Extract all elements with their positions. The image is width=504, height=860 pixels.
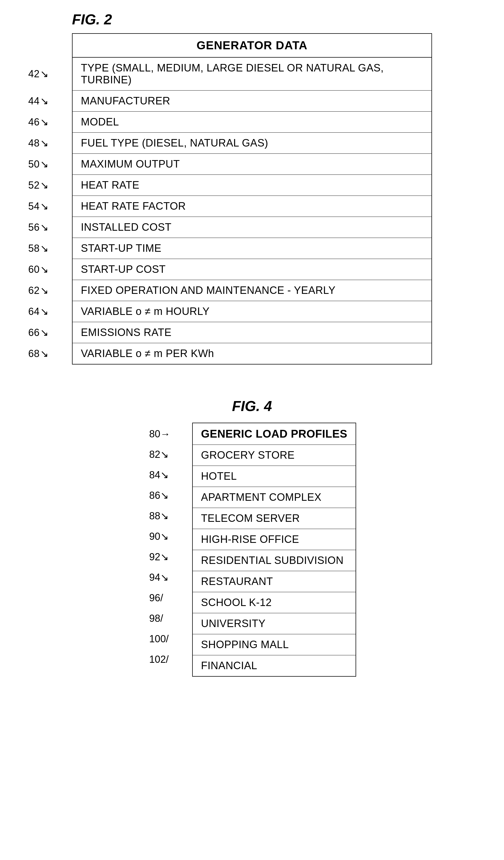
load-profile-name: GROCERY STORE [201, 449, 294, 461]
fig4-title: FIG. 4 [17, 398, 487, 414]
row-label: 54 ↘ [28, 201, 49, 212]
load-profile-name: UNIVERSITY [201, 618, 265, 629]
table-row: 62 ↘FIXED OPERATION AND MAINTENANCE - YE… [72, 280, 432, 301]
load-profile-name: RESIDENTIAL SUBDIVISION [201, 555, 344, 566]
load-profile-cell: TELECOM SERVER [192, 508, 356, 529]
cell-text: START-UP TIME [81, 242, 161, 254]
table-cell: 42 ↘TYPE (SMALL, MEDIUM, LARGE DIESEL OR… [72, 57, 432, 90]
row-number-label: 90 ↘ [149, 531, 169, 542]
table-cell: 68 ↘VARIABLE o ≠ m PER KWh [72, 343, 432, 364]
fig2-table-container: GENERATOR DATA 42 ↘TYPE (SMALL, MEDIUM, … [72, 33, 432, 364]
row-label: 60 ↘ [28, 264, 49, 275]
table-row: 52 ↘HEAT RATE [72, 175, 432, 196]
list-item: FINANCIAL [192, 655, 356, 677]
load-profile-name: TELECOM SERVER [201, 512, 300, 524]
list-item: HIGH-RISE OFFICE [192, 529, 356, 550]
table-row: 50 ↘MAXIMUM OUTPUT [72, 154, 432, 175]
row-label: 62 ↘ [28, 285, 49, 296]
load-profile-name: FINANCIAL [201, 660, 257, 671]
cell-text: HEAT RATE [81, 179, 139, 191]
table-cell: 44 ↘MANUFACTURER [72, 90, 432, 112]
cell-text: TYPE (SMALL, MEDIUM, LARGE DIESEL OR NAT… [81, 62, 384, 86]
row-label: 50 ↘ [28, 158, 49, 170]
row-label: 56 ↘ [28, 221, 49, 233]
cell-text: MAXIMUM OUTPUT [81, 158, 180, 170]
load-profiles-table: GENERIC LOAD PROFILESGROCERY STOREHOTELA… [192, 422, 356, 677]
row-label: 48 ↘ [28, 138, 49, 149]
table-cell: 48 ↘FUEL TYPE (DIESEL, NATURAL GAS) [72, 133, 432, 154]
table-cell: 46 ↘MODEL [72, 112, 432, 133]
row-number-label: 84 ↘ [149, 469, 169, 481]
row-number-label: 86 ↘ [149, 490, 169, 501]
table-row: 56 ↘INSTALLED COST [72, 217, 432, 238]
load-profile-cell: HIGH-RISE OFFICE [192, 529, 356, 550]
table-cell: 60 ↘START-UP COST [72, 259, 432, 280]
cell-text: FIXED OPERATION AND MAINTENANCE - YEARLY [81, 285, 336, 296]
list-item: APARTMENT COMPLEX [192, 487, 356, 508]
cell-text: START-UP COST [81, 263, 165, 275]
table-row: 44 ↘MANUFACTURER [72, 90, 432, 112]
table-row: 46 ↘MODEL [72, 112, 432, 133]
list-item: SCHOOL K-12 [192, 592, 356, 613]
table-cell: 50 ↘MAXIMUM OUTPUT [72, 154, 432, 175]
load-profile-cell: APARTMENT COMPLEX [192, 487, 356, 508]
figure-2-section: FIG. 2 GENERATOR DATA 42 ↘TYPE (SMALL, M… [17, 11, 487, 364]
list-item: UNIVERSITY [192, 613, 356, 634]
cell-text: VARIABLE o ≠ m PER KWh [81, 348, 214, 359]
row-number-label: 82 ↘ [149, 449, 169, 460]
row-number-label: 88 ↘ [149, 510, 169, 522]
table-cell: 64 ↘VARIABLE o ≠ m HOURLY [72, 301, 432, 322]
cell-text: MODEL [81, 116, 119, 128]
list-item: HOTEL [192, 466, 356, 487]
cell-text: INSTALLED COST [81, 221, 171, 233]
table-row: 68 ↘VARIABLE o ≠ m PER KWh [72, 343, 432, 364]
load-profile-cell: UNIVERSITY [192, 613, 356, 634]
load-profile-name: RESTAURANT [201, 575, 273, 587]
table-row: 66 ↘EMISSIONS RATE [72, 322, 432, 343]
row-label: 52 ↘ [28, 180, 49, 191]
row-label: 66 ↘ [28, 327, 49, 339]
list-item: RESIDENTIAL SUBDIVISION [192, 550, 356, 571]
row-number-label: 100 / [149, 633, 169, 645]
list-item: RESTAURANT [192, 571, 356, 592]
load-profile-name: HOTEL [201, 470, 237, 482]
list-item: TELECOM SERVER [192, 508, 356, 529]
row-label: 46 ↘ [28, 116, 49, 128]
load-profile-name: SHOPPING MALL [201, 639, 289, 650]
load-profile-cell: FINANCIAL [192, 655, 356, 677]
cell-text: MANUFACTURER [81, 95, 170, 106]
row-number-label: 98 / [149, 613, 163, 624]
table-cell: 58 ↘START-UP TIME [72, 238, 432, 259]
generator-data-table: GENERATOR DATA 42 ↘TYPE (SMALL, MEDIUM, … [72, 33, 432, 364]
table-row: 54 ↘HEAT RATE FACTOR [72, 196, 432, 217]
table-cell: 56 ↘INSTALLED COST [72, 217, 432, 238]
table-row: 64 ↘VARIABLE o ≠ m HOURLY [72, 301, 432, 322]
list-item: SHOPPING MALL [192, 634, 356, 655]
row-label: 42 ↘ [28, 68, 49, 80]
load-profile-name: HIGH-RISE OFFICE [201, 533, 299, 545]
generator-data-header: GENERATOR DATA [72, 33, 432, 57]
load-profile-name: SCHOOL K-12 [201, 597, 272, 608]
load-profile-name: APARTMENT COMPLEX [201, 491, 321, 503]
row-label: 58 ↘ [28, 243, 49, 254]
table-row: 48 ↘FUEL TYPE (DIESEL, NATURAL GAS) [72, 133, 432, 154]
fig4-table-inner: GENERIC LOAD PROFILESGROCERY STOREHOTELA… [192, 422, 356, 677]
row-number-label: 96 / [149, 592, 163, 604]
table-cell: 52 ↘HEAT RATE [72, 175, 432, 196]
table-cell: 54 ↘HEAT RATE FACTOR [72, 196, 432, 217]
table-cell: 66 ↘EMISSIONS RATE [72, 322, 432, 343]
load-profile-name: GENERIC LOAD PROFILES [201, 428, 347, 440]
row-number-label: 102 / [149, 654, 169, 665]
row-label: 44 ↘ [28, 95, 49, 107]
load-profile-cell: GROCERY STORE [192, 445, 356, 466]
load-profile-cell: RESIDENTIAL SUBDIVISION [192, 550, 356, 571]
row-label: 64 ↘ [28, 306, 49, 317]
row-label: 68 ↘ [28, 348, 49, 359]
cell-text: VARIABLE o ≠ m HOURLY [81, 305, 210, 317]
table-row: 58 ↘START-UP TIME [72, 238, 432, 259]
load-profile-cell: SCHOOL K-12 [192, 592, 356, 613]
list-item: GENERIC LOAD PROFILES [192, 423, 356, 445]
load-profile-cell: SHOPPING MALL [192, 634, 356, 655]
load-profile-cell: HOTEL [192, 466, 356, 487]
cell-text: HEAT RATE FACTOR [81, 200, 186, 212]
